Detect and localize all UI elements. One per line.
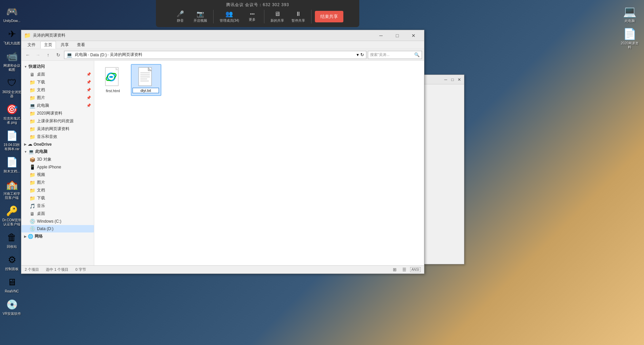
tab-file[interactable]: 文件 bbox=[24, 41, 39, 48]
sidebar-item-apple-iphone[interactable]: 📱 Apple iPhone bbox=[21, 163, 94, 171]
file-rename-container[interactable] bbox=[133, 88, 160, 93]
desktop-icon-net-meeting[interactable]: 📹 网课和会议截图 bbox=[1, 48, 23, 73]
address-dropdown-button[interactable]: ▾ bbox=[357, 52, 359, 57]
file-item-first-html[interactable]: first.html bbox=[98, 64, 128, 96]
new-share-icon: 🖥 bbox=[274, 11, 280, 18]
search-box[interactable]: 搜索"吴涛... 🔍 bbox=[368, 51, 422, 59]
desktop-icon-henan[interactable]: 🏫 河南工程学院客户端 bbox=[1, 176, 23, 201]
desktop-icon-recycle[interactable]: 🗑 回收站 bbox=[1, 229, 23, 250]
sidebar-item-music-sfx[interactable]: 📁 音乐和音效 bbox=[21, 133, 94, 141]
vr-install-icon: 💿 bbox=[5, 298, 19, 311]
desktop-icon-control-panel[interactable]: ⚙ 控制面板 bbox=[1, 251, 23, 272]
sidebar-item-windows-c[interactable]: 💿 Windows (C:) bbox=[21, 218, 94, 225]
desktop-icon-tanks[interactable]: 🎯 坦克和鬼武者.png bbox=[1, 101, 23, 126]
tencent-pause-share-button[interactable]: ⏸ 暂停共享 bbox=[289, 9, 308, 24]
desktop-icon-drcom[interactable]: 🔑 Dr.COM宽带认证客户端 bbox=[1, 203, 23, 228]
sidebar-item-data-d[interactable]: 💿 Data (D:) bbox=[21, 225, 94, 232]
tencent-new-share-button[interactable]: 🖥 新的共享 bbox=[268, 9, 287, 24]
second-win-close[interactable]: ✕ bbox=[456, 76, 463, 83]
desktop-icon-this-pc[interactable]: 💻 此电脑 bbox=[619, 3, 641, 24]
desktop-icon-drcom-label: Dr.COM宽带认证客户端 bbox=[2, 218, 22, 226]
tencent-mute-button[interactable]: 🎤 静音 bbox=[172, 9, 189, 24]
second-win-maximize[interactable]: □ bbox=[449, 76, 456, 83]
quick-access-label: 快速访问 bbox=[28, 64, 45, 69]
nav-refresh-button[interactable]: ↻ bbox=[54, 51, 63, 59]
docs-sidebar-icon: 📁 bbox=[29, 87, 35, 93]
tencent-end-share-button[interactable]: 结束共享 bbox=[315, 11, 343, 22]
desktop-icon-vr-install[interactable]: 💿 VR安装软件 bbox=[1, 296, 23, 317]
sidebar-item-docs2[interactable]: 📁 文档 bbox=[21, 186, 94, 194]
path-web-course-label: 吴涛的网页课资料 bbox=[110, 52, 142, 58]
sidebar-item-pics[interactable]: 📁 图片 📌 bbox=[21, 94, 94, 102]
sidebar-item-docs[interactable]: 📁 文档 📌 bbox=[21, 86, 94, 94]
3d-objects-icon: 📦 bbox=[29, 157, 35, 162]
video-icon: 📷 bbox=[197, 10, 204, 18]
sidebar-item-desktop2[interactable]: 🖥 桌面 bbox=[21, 210, 94, 218]
sidebar-item-video[interactable]: 📁 视频 bbox=[21, 171, 94, 179]
sidebar-section-onedrive[interactable]: ▶ ☁ OneDrive bbox=[21, 141, 94, 148]
sidebar-section-network[interactable]: ▶ 🌐 网络 bbox=[21, 232, 94, 240]
desktop-icon-nineteen[interactable]: 📄 19.04.03所有脚本.rar bbox=[1, 127, 23, 153]
explorer-minimize-button[interactable]: ─ bbox=[373, 31, 389, 40]
desktop-icon-plane-game[interactable]: ✈ 飞机大战图 bbox=[1, 26, 23, 47]
desktop-icon-unity[interactable]: 🎮 UnityDow... bbox=[1, 3, 23, 24]
path-segment-data-d[interactable]: Data (D:) › bbox=[90, 53, 108, 57]
desktop-icon-realvnc[interactable]: 🖥 RealVNC bbox=[1, 274, 23, 295]
sidebar-item-web-course[interactable]: 📁 吴涛的网页课资料 bbox=[21, 125, 94, 133]
docs-pin-icon: 📌 bbox=[86, 88, 91, 92]
sidebar-item-download2[interactable]: 📁 下载 bbox=[21, 194, 94, 202]
sidebar-item-pics2[interactable]: 📁 图片 bbox=[21, 179, 94, 186]
nav-up-button[interactable]: ↑ bbox=[44, 51, 53, 59]
tab-share[interactable]: 共享 bbox=[57, 41, 72, 48]
tanks-icon: 🎯 bbox=[5, 102, 19, 116]
second-win-minimize[interactable]: ─ bbox=[442, 76, 449, 83]
net-meeting-icon: 📹 bbox=[5, 49, 19, 63]
file-item-diyi-txt[interactable] bbox=[131, 64, 161, 96]
explorer-close-button[interactable]: ✕ bbox=[406, 31, 421, 40]
realvnc-icon: 🖥 bbox=[5, 275, 19, 289]
desktop-icons-left: 🎮 UnityDow... ✈ 飞机大战图 📹 网课和会议截图 🛡 360安全浏… bbox=[0, 0, 24, 317]
drcom-icon: 🔑 bbox=[5, 204, 19, 218]
nav-forward-button[interactable]: → bbox=[34, 51, 42, 59]
file-rename-input[interactable] bbox=[133, 88, 159, 93]
tencent-members-button[interactable]: 👥 管理成员(34) bbox=[217, 9, 242, 24]
nav-back-button[interactable]: ← bbox=[23, 51, 32, 59]
tab-view[interactable]: 查看 bbox=[74, 41, 88, 48]
sidebar-item-desktop[interactable]: 🖥 桌面 📌 bbox=[21, 70, 94, 78]
desktop-pin-icon: 📌 bbox=[86, 72, 91, 77]
sidebar-music-label: 音乐 bbox=[37, 203, 45, 209]
desktop-icon-360[interactable]: 🛡 360安全浏览器 bbox=[1, 75, 23, 100]
sidebar-item-2020[interactable]: 📁 2020网课资料 bbox=[21, 109, 94, 117]
sidebar-recordings-label: 上课录屏和代码资源 bbox=[37, 118, 74, 124]
address-reload-button[interactable]: ↻ bbox=[360, 52, 364, 57]
pics-sidebar-icon: 📁 bbox=[29, 95, 35, 101]
onedrive-label: OneDrive bbox=[34, 142, 52, 147]
path-data-d-label: Data (D:) bbox=[90, 53, 107, 57]
tencent-video-button[interactable]: 📷 开启视频 bbox=[191, 9, 210, 24]
sidebar-section-this-pc[interactable]: ▼ 💻 此电脑 bbox=[21, 148, 94, 156]
explorer-maximize-button[interactable]: □ bbox=[389, 31, 405, 40]
sidebar-item-desktop-label: 桌面 bbox=[37, 72, 45, 77]
tab-home[interactable]: 主页 bbox=[40, 41, 56, 49]
desktop-icon-attached[interactable]: 📄 附木文档... bbox=[1, 154, 23, 175]
sidebar-item-recordings[interactable]: 📁 上课录屏和代码资源 bbox=[21, 117, 94, 125]
second-window: ─ □ ✕ bbox=[424, 75, 464, 264]
path-arrow-2: › bbox=[107, 53, 108, 57]
path-segment-web-course[interactable]: 吴涛的网页课资料 bbox=[110, 52, 142, 58]
sidebar-web-course-label: 吴涛的网页课资料 bbox=[37, 126, 69, 132]
view-list-button[interactable]: ☰ bbox=[401, 267, 408, 273]
sidebar-section-quick-access[interactable]: ▼ 快速访问 bbox=[21, 63, 94, 70]
sidebar-item-3d-objects[interactable]: 📦 3D 对象 bbox=[21, 156, 94, 163]
path-this-pc-label: 此电脑 bbox=[75, 52, 87, 58]
desktop-icon-2020-courses[interactable]: 📄 2020网课资料 bbox=[619, 26, 641, 51]
tencent-more-button[interactable]: ••• 更多 bbox=[244, 11, 261, 23]
path-segment-this-pc[interactable]: 此电脑 › bbox=[75, 52, 89, 58]
sidebar-item-download[interactable]: 📁 下载 📌 bbox=[21, 78, 94, 86]
sidebar-item-this-pc-quick[interactable]: 💻 此电脑 📌 bbox=[21, 102, 94, 109]
this-pc-pin-icon: 📌 bbox=[86, 103, 91, 108]
sidebar-item-music[interactable]: 🎵 音乐 bbox=[21, 202, 94, 210]
window-controls: ─ □ ✕ bbox=[373, 31, 421, 40]
view-large-icon-button[interactable]: ⊞ bbox=[391, 267, 399, 273]
diyi-txt-icon bbox=[136, 67, 156, 87]
windows-c-icon: 💿 bbox=[29, 219, 35, 224]
